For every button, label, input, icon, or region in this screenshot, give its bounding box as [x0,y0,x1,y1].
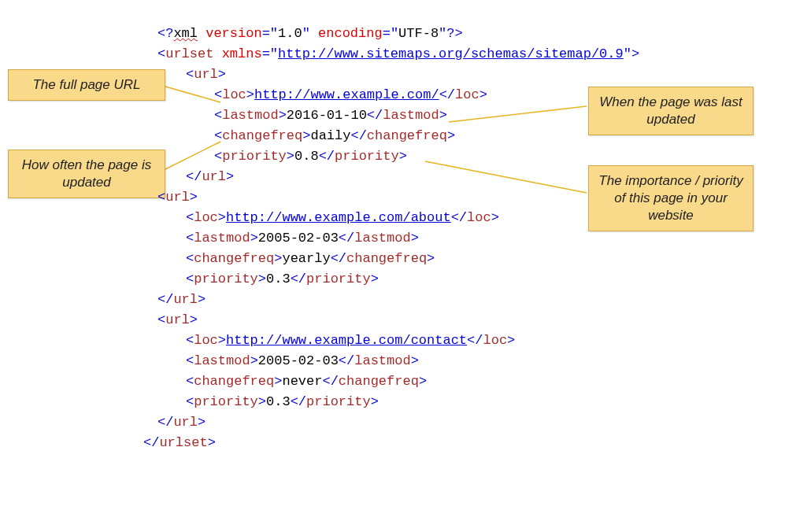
xml-encoding: UTF-8 [398,26,439,41]
url-changefreq-2: yearly [282,251,330,266]
xml-sitemap-code: <?xml version="1.0" encoding="UTF-8"?> <… [157,24,639,453]
url-loc-2: http://www.example.com/about [226,210,451,225]
url-priority-3: 0.3 [266,394,291,409]
url-loc-1: http://www.example.com/ [254,87,439,102]
url-lastmod-1: 2016-01-10 [287,108,367,123]
xml-declaration: <?xml version="1.0" encoding="UTF-8"?> [157,24,639,44]
urlset-close: </urlset> [143,433,639,453]
xmlns-link: http://www.sitemaps.org/schemas/sitemap/… [278,46,624,61]
xml-version: 1.0 [278,26,302,41]
url-priority-1: 0.8 [294,149,319,164]
url-priority-2: 0.3 [266,272,291,286]
url-changefreq-3: never [282,374,322,389]
url-changefreq-1: daily [310,128,350,143]
url-lastmod-3: 2005-02-03 [258,353,339,368]
url-loc-3: http://www.example.com/contact [226,333,467,348]
url-lastmod-2: 2005-02-03 [258,231,339,246]
urlset-open: <urlset xmlns="http://www.sitemaps.org/s… [157,44,639,65]
callout-full-url: The full page URL [8,69,165,101]
callout-changefreq: How often the page is updated [8,150,165,198]
